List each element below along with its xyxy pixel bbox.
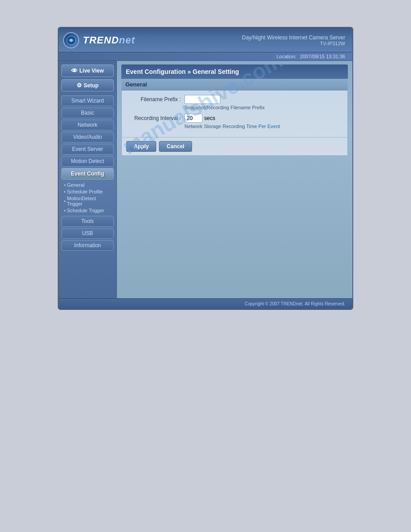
logo-area: TRENDnet — [63, 32, 135, 48]
filename-hint: Snapshot/Recording Filename Prefix — [184, 105, 343, 110]
filename-prefix-input[interactable] — [184, 95, 220, 104]
recording-hint: Network Storage Recording Time Per Event — [184, 124, 343, 129]
content-box: General Filename Prefix : Snapshot/Recor… — [121, 79, 348, 156]
sidebar-item-label: Network — [77, 122, 97, 128]
sidebar-item-motion-detect[interactable]: Motion Detect — [61, 156, 114, 167]
submenu-item-general[interactable]: General — [63, 182, 112, 188]
form-area: Filename Prefix : Snapshot/Recording Fil… — [122, 90, 347, 137]
submenu-item-label: Schedule Profile — [67, 189, 103, 194]
sidebar-item-video-audio[interactable]: Video/Audio — [61, 132, 114, 142]
sidebar-item-network[interactable]: Network — [61, 120, 114, 130]
setup-label: Setup — [84, 82, 98, 89]
setup-button[interactable]: ⚙ Setup — [61, 79, 114, 91]
page-title: Event Configuration » General Setting — [121, 64, 348, 79]
sidebar-item-label: Basic — [81, 110, 94, 116]
cancel-button[interactable]: Cancel — [159, 141, 192, 152]
device-model: TV-IP312W — [242, 41, 345, 46]
filename-prefix-label: Filename Prefix : — [126, 95, 184, 103]
recording-interval-input[interactable] — [184, 114, 202, 123]
sidebar-item-label: USB — [82, 230, 93, 236]
footer: Copyright © 2007 TRENDnet. All Rights Re… — [59, 298, 352, 309]
sidebar-item-label: Event Config — [71, 171, 104, 177]
section-header: General — [122, 79, 347, 90]
sidebar-item-label: Smart Wizard — [71, 98, 104, 104]
live-view-button[interactable]: 👁 Live View — [61, 64, 114, 77]
interval-unit: secs — [204, 115, 215, 121]
main-layout: 👁 Live View ⚙ Setup Smart Wizard Basic N… — [59, 61, 352, 298]
apply-button[interactable]: Apply — [126, 141, 156, 152]
setup-icon: ⚙ — [77, 82, 82, 89]
sidebar-item-event-server[interactable]: Event Server — [61, 144, 114, 154]
interval-row: secs — [184, 114, 343, 123]
recording-interval-row: Recording Interval : secs Network Storag… — [126, 114, 343, 129]
sidebar-item-label: Event Server — [72, 146, 103, 152]
recording-interval-label: Recording Interval : — [126, 114, 184, 121]
live-view-label: Live View — [79, 68, 103, 74]
header: TRENDnet Day/Night Wireless Internet Cam… — [59, 28, 352, 52]
copyright: Copyright © 2007 TRENDnet. All Rights Re… — [244, 301, 345, 306]
sidebar-item-basic[interactable]: Basic — [61, 107, 114, 118]
location-label: Location: — [276, 54, 296, 59]
datetime: 2007/08/15 13:31:36 — [300, 54, 345, 59]
button-row: Apply Cancel — [122, 137, 347, 155]
filename-prefix-field-group: Snapshot/Recording Filename Prefix — [184, 95, 343, 110]
recording-interval-field-group: secs Network Storage Recording Time Per … — [184, 114, 343, 129]
sidebar-item-label: Tools — [81, 218, 94, 224]
submenu-item-schedule-profile[interactable]: Schedule Profile — [63, 189, 112, 195]
submenu-item-label: General — [67, 182, 85, 188]
submenu-item-motiondetect-trigger[interactable]: MotionDetect Trigger — [63, 195, 112, 207]
submenu-item-label: MotionDetect Trigger — [67, 196, 111, 206]
content-area: manualshive.com Event Configuration » Ge… — [117, 61, 352, 298]
sidebar-item-information[interactable]: Information — [61, 240, 114, 251]
filename-prefix-row: Filename Prefix : Snapshot/Recording Fil… — [126, 95, 343, 110]
logo-icon — [63, 32, 79, 48]
sidebar-item-event-config[interactable]: Event Config — [61, 168, 114, 180]
sidebar-item-label: Video/Audio — [73, 134, 102, 140]
arrow-container: ➜ Motion Detect — [61, 156, 114, 167]
sidebar-item-usb[interactable]: USB — [61, 228, 114, 239]
submenu: General Schedule Profile MotionDetect Tr… — [61, 181, 114, 215]
submenu-item-label: Schedule Trigger — [67, 208, 104, 213]
sidebar: 👁 Live View ⚙ Setup Smart Wizard Basic N… — [59, 61, 117, 298]
submenu-item-schedule-trigger[interactable]: Schedule Trigger — [63, 207, 112, 214]
content-wrapper: manualshive.com Event Configuration » Ge… — [121, 64, 348, 156]
sidebar-item-label: Motion Detect — [71, 158, 104, 164]
sidebar-item-tools[interactable]: Tools — [61, 216, 114, 227]
brand-name: TRENDnet — [83, 34, 135, 46]
device-title: Day/Night Wireless Internet Camera Serve… — [242, 34, 345, 41]
live-view-icon: 👁 — [71, 67, 77, 74]
sidebar-item-smart-wizard[interactable]: Smart Wizard — [61, 95, 114, 106]
location-bar: Location: 2007/08/15 13:31:36 — [59, 52, 352, 61]
svg-point-1 — [70, 39, 73, 42]
header-right: Day/Night Wireless Internet Camera Serve… — [242, 34, 345, 46]
sidebar-item-label: Information — [74, 242, 101, 249]
